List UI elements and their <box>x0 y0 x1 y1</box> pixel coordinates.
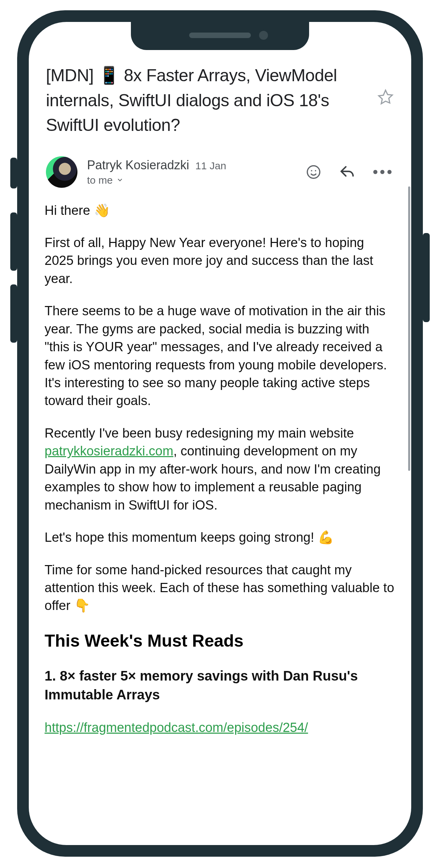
chevron-down-icon <box>116 174 124 186</box>
phone-camera <box>259 31 268 40</box>
phone-mute-switch <box>10 158 17 188</box>
sender-avatar[interactable] <box>46 156 77 188</box>
paragraph-3: Recently I've been busy redesigning my m… <box>45 424 395 514</box>
greeting-text: Hi there 👋 <box>45 201 395 219</box>
email-date: 11 Jan <box>195 160 226 172</box>
react-button[interactable] <box>306 164 321 180</box>
scrollbar-thumb[interactable] <box>408 186 410 471</box>
star-button[interactable] <box>377 88 394 107</box>
phone-volume-down <box>10 284 17 343</box>
email-subject: [MDN] 📱 8x Faster Arrays, ViewModel inte… <box>46 63 370 138</box>
phone-speaker <box>189 33 251 38</box>
phone-power-button <box>423 233 430 322</box>
sender-name: Patryk Kosieradzki <box>87 158 189 172</box>
paragraph-1: First of all, Happy New Year everyone! H… <box>45 234 395 288</box>
item-1-title: 1. 8× faster 5× memory savings with Dan … <box>45 667 395 704</box>
reply-button[interactable] <box>339 164 355 180</box>
paragraph-5: Time for some hand-picked resources that… <box>45 561 395 615</box>
email-body: Hi there 👋 First of all, Happy New Year … <box>42 201 398 737</box>
reply-icon <box>339 164 355 180</box>
svg-point-2 <box>315 170 316 171</box>
item-1-link[interactable]: https://fragmentedpodcast.com/episodes/2… <box>45 720 308 735</box>
phone-notch <box>131 22 309 50</box>
phone-screen: [MDN] 📱 8x Faster Arrays, ViewModel inte… <box>29 22 411 845</box>
svg-point-1 <box>311 170 312 171</box>
phone-frame: [MDN] 📱 8x Faster Arrays, ViewModel inte… <box>17 10 423 857</box>
recipient-label: to me <box>87 174 113 186</box>
email-view: [MDN] 📱 8x Faster Arrays, ViewModel inte… <box>29 22 411 845</box>
p3-text-a: Recently I've been busy redesigning my m… <box>45 426 354 440</box>
paragraph-4: Let's hope this momentum keeps going str… <box>45 528 395 546</box>
phone-volume-up <box>10 212 17 271</box>
website-link[interactable]: patrykkosieradzki.com <box>45 444 173 458</box>
section-heading: This Week's Must Reads <box>45 629 395 653</box>
dots-icon: ••• <box>373 164 394 180</box>
more-options-button[interactable]: ••• <box>373 165 394 179</box>
recipient-dropdown[interactable]: to me <box>87 174 296 186</box>
svg-point-0 <box>307 166 320 178</box>
star-icon <box>377 88 394 106</box>
smiley-icon <box>306 164 321 180</box>
paragraph-2: There seems to be a huge wave of motivat… <box>45 302 395 410</box>
